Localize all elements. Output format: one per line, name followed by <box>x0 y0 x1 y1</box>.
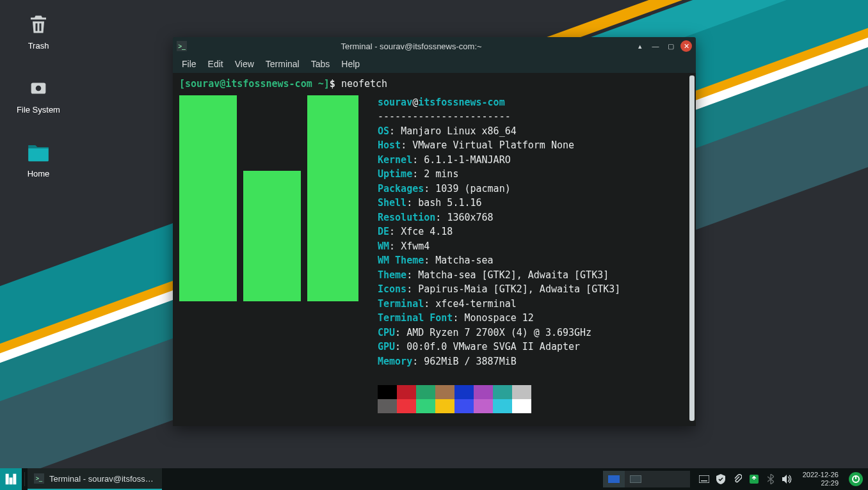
update-icon[interactable] <box>749 474 759 484</box>
trash-icon <box>26 12 51 37</box>
nf-user: sourav <box>378 97 412 108</box>
maximize-button[interactable]: ▢ <box>665 40 677 52</box>
terminal-icon: >_ <box>34 473 44 484</box>
scrollbar[interactable] <box>689 75 695 421</box>
logout-button[interactable] <box>849 472 863 486</box>
minimize-button[interactable]: — <box>650 40 661 52</box>
shade-button[interactable]: ▴ <box>634 40 646 52</box>
desktop-icon-label: File System <box>8 105 69 115</box>
svg-rect-2 <box>6 474 9 485</box>
svg-rect-6 <box>701 480 707 481</box>
desktop-icon-filesystem[interactable]: File System <box>8 75 69 115</box>
terminal-icon: >_ <box>177 41 187 51</box>
desktop-icon-trash[interactable]: Trash <box>8 12 69 51</box>
menu-terminal[interactable]: Terminal <box>266 59 300 69</box>
folder-home-icon <box>26 139 51 165</box>
window-title: Terminal - sourav@itsfossnews-com:~ <box>192 42 631 51</box>
color-blocks <box>378 385 620 413</box>
nf-separator: ----------------------- <box>378 109 620 124</box>
drive-icon <box>26 75 51 101</box>
terminal-window: >_ Terminal - sourav@itsfossnews-com:~ ▴… <box>173 37 696 426</box>
desktop-icon-home[interactable]: Home <box>8 139 69 178</box>
bluetooth-icon[interactable] <box>766 474 776 484</box>
workspace-1[interactable] <box>603 471 625 487</box>
svg-rect-5 <box>699 475 709 483</box>
prompt-line: [sourav@itsfossnews-com ~]$ neofetch <box>179 77 689 91</box>
volume-icon[interactable] <box>782 474 792 484</box>
panel-time: 22:29 <box>803 479 839 487</box>
menu-bar: File Edit View Terminal Tabs Help <box>173 55 696 73</box>
workspace-3[interactable] <box>647 471 668 487</box>
menu-view[interactable]: View <box>235 59 254 69</box>
workspace-2[interactable] <box>625 471 647 487</box>
shield-icon[interactable] <box>716 474 726 484</box>
svg-rect-3 <box>10 478 13 485</box>
window-titlebar[interactable]: >_ Terminal - sourav@itsfossnews-com:~ ▴… <box>173 37 696 55</box>
command-text: neofetch <box>341 78 387 90</box>
menu-edit[interactable]: Edit <box>208 59 223 69</box>
menu-tabs[interactable]: Tabs <box>311 59 330 69</box>
panel-date: 2022-12-26 <box>803 471 839 479</box>
taskbar-item-label: Terminal - sourav@itsfoss… <box>49 474 154 484</box>
desktop-icon-label: Home <box>8 169 69 178</box>
nf-host: itsfossnews-com <box>418 97 504 108</box>
workspace-4[interactable] <box>668 471 690 487</box>
keyboard-icon[interactable] <box>699 474 709 484</box>
desktop-icon-label: Trash <box>8 41 69 51</box>
svg-point-1 <box>36 86 42 91</box>
panel-clock[interactable]: 2022-12-26 22:29 <box>798 471 844 487</box>
start-menu-button[interactable] <box>0 468 22 490</box>
menu-help[interactable]: Help <box>341 59 360 69</box>
taskbar-item-terminal[interactable]: >_ Terminal - sourav@itsfoss… <box>28 468 162 490</box>
menu-file[interactable]: File <box>182 59 197 69</box>
clip-icon[interactable] <box>732 474 743 484</box>
manjaro-ascii-logo <box>179 95 358 301</box>
system-tray <box>694 474 798 484</box>
close-button[interactable]: ✕ <box>680 40 692 52</box>
workspace-switcher <box>603 471 690 487</box>
neofetch-info: sourav@itsfossnews-com -----------------… <box>378 95 620 414</box>
taskbar-panel: >_ Terminal - sourav@itsfoss… 2022-12-26… <box>0 468 868 490</box>
svg-rect-4 <box>13 474 16 485</box>
terminal-body[interactable]: [sourav@itsfossnews-com ~]$ neofetch sou… <box>173 73 696 426</box>
